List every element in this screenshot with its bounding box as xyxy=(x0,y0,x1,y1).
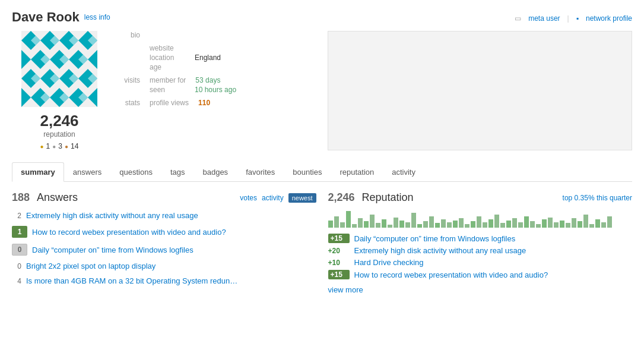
answers-header: 188 Answers votes activity newest xyxy=(12,191,316,204)
rep-item: +15 How to record webex presentation wit… xyxy=(328,270,633,279)
rep-chart-bar xyxy=(376,223,380,228)
location-value: England xyxy=(195,53,221,62)
rep-delta: +15 xyxy=(328,234,350,243)
gold-badge-count: 1 xyxy=(46,142,50,150)
tab-answers[interactable]: answers xyxy=(64,162,110,182)
rep-chart-bar xyxy=(447,222,452,228)
reputation-label: reputation xyxy=(43,130,75,138)
rep-chart-bar xyxy=(358,218,363,228)
header-left: Dave Rook less info xyxy=(12,10,110,25)
rep-item: +10 Hard Drive checking xyxy=(328,258,633,267)
less-info-link[interactable]: less info xyxy=(84,13,110,21)
reputation-count: 2,246 xyxy=(40,112,78,130)
answers-title: Answers xyxy=(37,191,78,204)
tab-summary[interactable]: summary xyxy=(12,162,64,182)
filter-newest[interactable]: newest xyxy=(288,193,316,203)
rep-item-link[interactable]: Daily “computer on” time from Windows lo… xyxy=(354,234,516,243)
seen-label: seen xyxy=(150,86,185,94)
rep-chart-bar xyxy=(364,221,369,228)
rep-chart-bar xyxy=(465,224,469,228)
answer-link[interactable]: Daily “computer on” time from Windows lo… xyxy=(32,245,193,254)
answer-link[interactable]: Bright 2x2 pixel spot on laptop display xyxy=(26,262,156,270)
network-profile-icon: ▪ xyxy=(576,14,579,23)
profile-header: Dave Rook less info ▭ meta user | ▪ netw… xyxy=(0,0,644,25)
avatar-section: 2,246 reputation ● 1 ● 3 ● 14 xyxy=(12,31,107,150)
tab-questions[interactable]: questions xyxy=(110,162,161,182)
profile-views-value: 110 xyxy=(198,99,210,107)
username: Dave Rook xyxy=(12,10,80,25)
rep-chart-bar xyxy=(388,225,392,228)
answers-count: 188 xyxy=(12,191,30,204)
rep-chart-bar xyxy=(601,222,606,228)
rep-chart-bar xyxy=(394,218,398,228)
rep-chart-bar xyxy=(477,216,481,228)
rep-chart-bar xyxy=(530,221,535,228)
rep-chart-bar xyxy=(405,222,410,228)
rep-chart-bar xyxy=(435,223,440,228)
rep-chart-bar xyxy=(595,219,600,228)
rep-chart-bar xyxy=(524,216,529,228)
rep-chart-bar xyxy=(589,224,594,228)
rep-item-link[interactable]: Extremely high disk activity without any… xyxy=(354,246,526,255)
tab-activity[interactable]: activity xyxy=(383,162,424,182)
reputation-chart xyxy=(328,210,633,228)
network-profile-link[interactable]: network profile xyxy=(586,14,632,23)
answer-item: 4 Is more than 4GB RAM on a 32 bit Opera… xyxy=(12,275,316,287)
right-panel xyxy=(328,31,632,150)
rep-delta: +10 xyxy=(328,259,350,267)
tab-bounties[interactable]: bounties xyxy=(284,162,331,182)
tab-reputation[interactable]: reputation xyxy=(331,162,383,182)
accepted-badge: 1 xyxy=(12,226,27,238)
reputation-list: +15 Daily “computer on” time from Window… xyxy=(328,234,633,279)
answer-item: 0 Bright 2x2 pixel spot on laptop displa… xyxy=(12,260,316,272)
rep-chart-bar xyxy=(518,222,523,228)
rep-item-link[interactable]: How to record webex presentation with vi… xyxy=(354,270,548,279)
silver-badge-icon: ● xyxy=(52,143,56,150)
view-more-link[interactable]: view more xyxy=(328,285,633,294)
rep-chart-bar xyxy=(328,221,333,228)
answer-item: 2 Extremely high disk activity without a… xyxy=(12,210,316,221)
rep-chart-bar xyxy=(399,221,404,228)
profile-views-label: profile views xyxy=(150,99,189,107)
tab-badges[interactable]: badges xyxy=(193,162,237,182)
rep-chart-bar xyxy=(441,219,446,228)
answers-column: 188 Answers votes activity newest 2 Extr… xyxy=(12,191,316,294)
answer-item: 1 How to record webex presentation with … xyxy=(12,225,316,239)
rep-chart-bar xyxy=(483,222,487,228)
rep-item-link[interactable]: Hard Drive checking xyxy=(354,258,424,267)
badges: ● 1 ● 3 ● 14 xyxy=(40,142,79,150)
filter-activity[interactable]: activity xyxy=(262,194,284,202)
zero-badge: 0 xyxy=(12,244,27,256)
rep-chart-bar xyxy=(340,222,345,228)
rep-chart-bar xyxy=(471,221,475,228)
seen-value: 10 hours ago xyxy=(195,86,236,94)
rep-chart-bar xyxy=(542,219,547,228)
rep-chart-bar xyxy=(488,219,493,228)
rep-chart-bar xyxy=(459,218,464,228)
answers-filters: votes activity newest xyxy=(240,193,316,203)
tab-tags[interactable]: tags xyxy=(161,162,194,182)
pipe-divider: | xyxy=(567,14,569,23)
rep-chart-bar xyxy=(417,224,422,228)
rep-chart-bar xyxy=(506,221,511,228)
reputation-header: 2,246 Reputation top 0.35% this quarter xyxy=(328,191,633,204)
rep-chart-bar xyxy=(583,215,588,228)
rep-delta: +15 xyxy=(328,270,350,279)
answer-link[interactable]: Extremely high disk activity without any… xyxy=(26,211,198,220)
rep-item: +20 Extremely high disk activity without… xyxy=(328,246,633,255)
top-percent-link[interactable]: top 0.35% this quarter xyxy=(563,194,632,202)
rep-chart-bar xyxy=(370,215,375,228)
rep-chart-bar xyxy=(352,224,357,228)
bronze-badge-icon: ● xyxy=(65,143,68,150)
meta-user-link[interactable]: meta user xyxy=(528,14,560,23)
rep-count: 2,246 xyxy=(328,191,355,204)
tab-favorites[interactable]: favorites xyxy=(237,162,284,182)
answer-link[interactable]: How to record webex presentation with vi… xyxy=(32,228,226,237)
filter-votes[interactable]: votes xyxy=(240,194,257,202)
location-label: location xyxy=(150,53,185,62)
bio-section: bio website location England age visits … xyxy=(116,31,306,150)
rep-chart-bar xyxy=(382,219,386,228)
answer-link[interactable]: Is more than 4GB RAM on a 32 bit Operati… xyxy=(26,276,237,285)
age-label: age xyxy=(150,63,185,71)
website-label: website xyxy=(150,44,185,52)
